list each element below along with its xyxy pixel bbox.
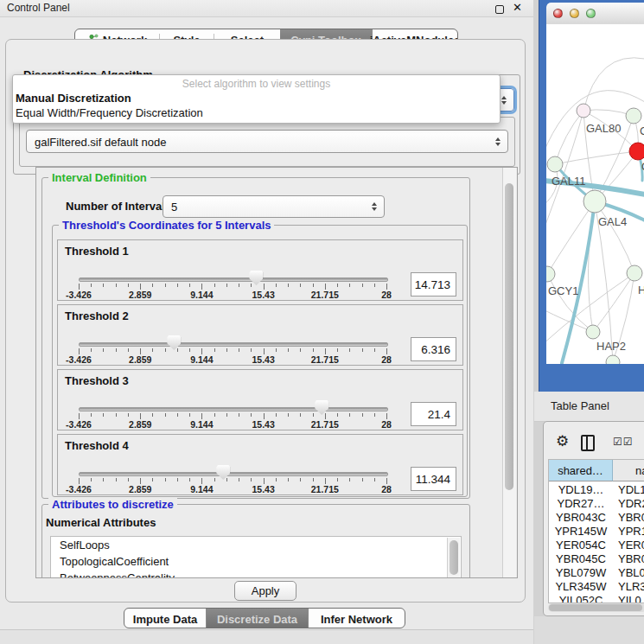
cell-shared-name[interactable]: YBR045C — [549, 552, 613, 565]
network-node-gcy1[interactable] — [546, 266, 555, 282]
network-node-c[interactable] — [629, 143, 644, 160]
slider-tick — [165, 478, 166, 481]
settings-scrollbar[interactable] — [502, 168, 516, 577]
slider-track[interactable] — [79, 342, 388, 347]
cell-name[interactable]: YER0 — [618, 539, 644, 552]
list-scrollbar[interactable] — [447, 538, 460, 578]
slider-track[interactable] — [79, 277, 388, 282]
table-horizontal-scrollbar-thumb[interactable] — [549, 604, 642, 611]
network-node-hap2[interactable] — [586, 325, 600, 339]
network-view-window[interactable]: GAL80GACGAL11GAL4GCY1HHAP2 — [539, 0, 644, 392]
table-row[interactable]: YBL079WYBL0 — [549, 566, 644, 580]
threshold-slider[interactable]: -3.4262.8599.14415.4321.71528 — [79, 335, 388, 366]
network-node-gal4[interactable] — [583, 190, 606, 213]
cell-name[interactable]: YDR2 — [618, 497, 644, 510]
threshold-value-field[interactable]: 14.713 — [411, 272, 456, 296]
cell-name[interactable]: YPR1 — [618, 525, 644, 538]
table-horizontal-scrollbar[interactable] — [548, 603, 644, 612]
zoom-light[interactable] — [586, 9, 596, 18]
settings-scrollbar-thumb[interactable] — [505, 183, 513, 490]
network-canvas[interactable]: GAL80GACGAL11GAL4GCY1HHAP2 — [546, 24, 644, 364]
column-header-name[interactable]: na — [613, 460, 644, 481]
table-panel-titlebar[interactable]: Table Panel — [534, 392, 644, 422]
cell-shared-name[interactable]: YIL052C — [549, 594, 613, 603]
network-edge[interactable] — [555, 111, 583, 164]
slider-thumb[interactable] — [216, 465, 230, 480]
cell-shared-name[interactable]: YLR345W — [549, 580, 613, 593]
cell-name[interactable]: YLR3 — [618, 580, 644, 593]
cell-name[interactable]: YBL0 — [618, 566, 644, 579]
cell-shared-name[interactable]: YBL079W — [549, 566, 613, 579]
slider-thumb[interactable] — [167, 335, 181, 350]
network-node[interactable] — [606, 355, 620, 364]
network-node-gal11[interactable] — [547, 156, 563, 172]
slider-tick — [251, 348, 252, 352]
numerical-attributes-list[interactable]: SelfLoopsTopologicalCoefficientBetweenne… — [50, 536, 462, 578]
tab-infer-network[interactable]: Infer Network — [308, 609, 405, 628]
table-row[interactable]: YIL052CYIL0 — [549, 594, 644, 603]
cell-name[interactable]: YBR0 — [618, 552, 644, 565]
threshold-slider[interactable]: -3.4262.8599.14415.4321.71528 — [79, 399, 388, 430]
threshold-slider[interactable]: -3.4262.8599.14415.4321.71528 — [79, 464, 388, 495]
threshold-value-field[interactable]: 11.344 — [411, 467, 456, 491]
threshold-slider[interactable]: -3.4262.8599.14415.4321.71528 — [79, 270, 388, 301]
attribute-list-item[interactable]: SelfLoops — [51, 537, 461, 553]
apply-button[interactable]: Apply — [234, 581, 296, 601]
cell-shared-name[interactable]: YDL19… — [549, 483, 613, 496]
slider-tick — [128, 348, 129, 352]
gear-icon[interactable]: ⚙ — [556, 432, 569, 450]
tab-discretize-data[interactable]: Discretize Data — [206, 609, 308, 628]
control-panel-titlebar[interactable]: Control Panel ✕ — [0, 0, 533, 17]
attribute-list-item[interactable]: TopologicalCoefficient — [51, 553, 461, 570]
split-columns-icon[interactable] — [581, 435, 595, 451]
threshold-value-field[interactable]: 6.316 — [411, 337, 456, 361]
tab-impute-data[interactable]: Impute Data — [124, 609, 206, 628]
algorithm-dropdown-popup: Select algorithm to view settings Manual… — [12, 74, 501, 124]
table-row[interactable]: YBR045CYBR0 — [549, 552, 644, 566]
slider-tick — [386, 348, 387, 354]
attribute-list-item[interactable]: BetweennessCentrality — [51, 570, 461, 578]
slider-tick — [128, 413, 129, 417]
table-row[interactable]: YDR27…YDR2 — [549, 497, 644, 511]
cell-shared-name[interactable]: YER054C — [549, 539, 613, 552]
table-row[interactable]: YLR345WYLR3 — [549, 580, 644, 594]
table-row[interactable]: YDL19…YDL1 — [549, 483, 644, 497]
slider-track[interactable] — [79, 407, 388, 411]
table-row[interactable]: YBR043CYBR0 — [549, 511, 644, 525]
cell-shared-name[interactable]: YDR27… — [549, 497, 613, 510]
close-light[interactable] — [553, 9, 563, 18]
network-edge[interactable] — [547, 274, 593, 332]
list-scrollbar-thumb[interactable] — [450, 540, 458, 575]
slider-tick — [201, 284, 202, 290]
cell-name[interactable]: YIL0 — [618, 594, 644, 603]
table-data-combobox[interactable]: galFiltered.sif default node — [26, 130, 508, 153]
network-node-ga[interactable] — [626, 108, 641, 124]
cell-name[interactable]: YDL1 — [618, 483, 644, 496]
table-row[interactable]: YPR145WYPR1 — [549, 525, 644, 539]
network-edge[interactable] — [583, 58, 644, 111]
float-window-icon[interactable] — [495, 5, 504, 14]
column-header-shared-name[interactable]: shared… — [549, 460, 613, 481]
minimize-light[interactable] — [570, 9, 579, 18]
slider-thumb[interactable] — [315, 400, 328, 415]
threshold-value-field[interactable]: 21.4 — [411, 402, 456, 426]
cell-shared-name[interactable]: YPR145W — [549, 525, 613, 538]
network-node-h[interactable] — [627, 265, 642, 281]
slider-tick-label: 2.859 — [129, 419, 151, 430]
network-edge[interactable] — [547, 201, 595, 274]
slider-tick — [276, 348, 277, 352]
checkboxes-icon[interactable]: ☑☑ — [613, 436, 634, 448]
slider-track[interactable] — [79, 472, 388, 476]
cell-name[interactable]: YBR0 — [618, 511, 644, 524]
cell-shared-name[interactable]: YBR043C — [549, 511, 613, 524]
close-icon[interactable]: ✕ — [513, 1, 522, 14]
network-window-titlebar[interactable] — [546, 3, 644, 25]
slider-tick — [362, 348, 363, 352]
network-node-gal80[interactable] — [577, 104, 590, 118]
table-row[interactable]: YER054CYER0 — [549, 539, 644, 552]
number-of-intervals-combobox[interactable]: 5 — [163, 195, 385, 218]
slider-tick-label: 2.859 — [129, 354, 151, 365]
network-edge[interactable] — [593, 273, 634, 332]
dropdown-option[interactable]: Manual Discretization — [13, 91, 500, 105]
dropdown-option[interactable]: Equal Width/Frequency Discretization — [13, 105, 500, 120]
